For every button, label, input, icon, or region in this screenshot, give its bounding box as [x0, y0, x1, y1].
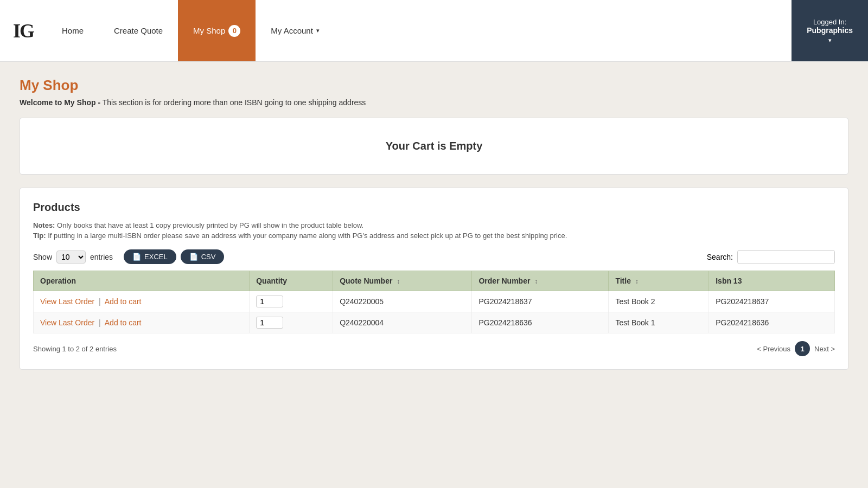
entries-label: entries — [90, 253, 113, 261]
show-label: Show — [33, 253, 52, 261]
row1-view-last-order[interactable]: View Last Order — [40, 297, 94, 306]
search-control: Search: — [707, 250, 835, 264]
row2-quote-number: Q240220004 — [333, 312, 472, 333]
products-tip: Tip: If putting in a large multi-ISBN or… — [33, 232, 835, 240]
logged-in-label: Logged In: — [807, 18, 853, 26]
export-buttons: 📄 EXCEL 📄 CSV — [124, 249, 224, 264]
col-isbn13: Isbn 13 — [709, 271, 835, 291]
search-input[interactable] — [737, 250, 835, 264]
left-controls: Show 10 25 50 100 entries 📄 EXCEL — [33, 249, 224, 264]
nav-home[interactable]: Home — [47, 0, 99, 61]
row1-isbn13: PG2024218637 — [709, 291, 835, 312]
cart-empty-text: Your Cart is Empty — [386, 140, 483, 152]
cart-empty-box: Your Cart is Empty — [20, 118, 848, 175]
row1-quantity-cell — [250, 291, 333, 312]
row2-title: Test Book 1 — [609, 312, 709, 333]
col-quantity: Quantity — [250, 271, 333, 291]
row1-quote-number: Q240220005 — [333, 291, 472, 312]
title-sort-icon: ↕ — [635, 278, 639, 285]
excel-button[interactable]: 📄 EXCEL — [124, 249, 176, 264]
excel-icon: 📄 — [132, 253, 141, 261]
csv-button[interactable]: 📄 CSV — [181, 249, 225, 264]
table-row: View Last Order | Add to cart Q240220004… — [34, 312, 835, 333]
col-operation: Operation — [34, 271, 250, 291]
show-entries: Show 10 25 50 100 entries — [33, 251, 113, 264]
nav-create-quote[interactable]: Create Quote — [99, 0, 178, 61]
row2-order-number: PG2024218636 — [472, 312, 609, 333]
table-footer: Showing 1 to 2 of 2 entries < Previous 1… — [33, 341, 835, 356]
table-container: Operation Quantity Quote Number ↕ Order … — [33, 271, 835, 333]
row2-quantity-cell — [250, 312, 333, 333]
showing-text: Showing 1 to 2 of 2 entries — [33, 345, 117, 353]
table-body: View Last Order | Add to cart Q240220005… — [34, 291, 835, 333]
products-notes: Notes: Only books that have at least 1 c… — [33, 221, 835, 229]
csv-icon: 📄 — [189, 253, 198, 261]
col-order-number-label: Order Number — [478, 277, 530, 285]
show-select[interactable]: 10 25 50 100 — [56, 251, 86, 264]
nav-my-account[interactable]: My Account ▾ — [256, 0, 335, 61]
excel-label: EXCEL — [144, 253, 168, 261]
order-sort-icon: ↕ — [534, 278, 538, 285]
row2-quantity-input[interactable] — [256, 317, 283, 329]
row2-isbn13: PG2024218636 — [709, 312, 835, 333]
nav-my-shop[interactable]: My Shop 0 — [178, 0, 256, 61]
page-subtitle-text: This section is for ordering more than o… — [103, 98, 366, 107]
navbar-links: Home Create Quote My Shop 0 My Account ▾ — [47, 0, 792, 61]
col-title-label: Title — [615, 277, 631, 285]
row2-separator: | — [99, 318, 101, 327]
col-operation-label: Operation — [40, 277, 76, 285]
nav-my-shop-badge: 0 — [228, 25, 240, 37]
quote-sort-icon: ↕ — [397, 278, 400, 285]
notes-text: Only books that have at least 1 copy pre… — [57, 221, 363, 229]
products-section: Products Notes: Only books that have at … — [20, 188, 848, 370]
row2-add-to-cart[interactable]: Add to cart — [105, 318, 142, 327]
next-button[interactable]: Next > — [814, 345, 835, 353]
tip-label: Tip: — [33, 232, 46, 240]
col-order-number[interactable]: Order Number ↕ — [472, 271, 609, 291]
page-subtitle: Welcome to My Shop - This section is for… — [20, 98, 848, 107]
current-page[interactable]: 1 — [795, 341, 810, 356]
username: Pubgraphics — [807, 26, 853, 35]
header-row: Operation Quantity Quote Number ↕ Order … — [34, 271, 835, 291]
nav-create-quote-label: Create Quote — [114, 26, 163, 35]
page-content: My Shop Welcome to My Shop - This sectio… — [0, 62, 868, 385]
logo-text: IG — [13, 20, 34, 42]
navbar: IG Home Create Quote My Shop 0 My Accoun… — [0, 0, 868, 62]
products-table: Operation Quantity Quote Number ↕ Order … — [33, 271, 835, 333]
row2-view-last-order[interactable]: View Last Order — [40, 318, 94, 327]
page-subtitle-bold: Welcome to My Shop - — [20, 98, 100, 107]
row1-title: Test Book 2 — [609, 291, 709, 312]
col-isbn13-label: Isbn 13 — [716, 277, 742, 285]
logo: IG — [0, 0, 47, 61]
logged-in-section[interactable]: Logged In: Pubgraphics ▾ — [792, 0, 868, 61]
nav-home-label: Home — [62, 26, 84, 35]
col-quote-number-label: Quote Number — [340, 277, 392, 285]
nav-my-account-label: My Account — [271, 26, 313, 35]
pagination: < Previous 1 Next > — [757, 341, 835, 356]
table-controls: Show 10 25 50 100 entries 📄 EXCEL — [33, 249, 835, 264]
row2-operation: View Last Order | Add to cart — [34, 312, 250, 333]
nav-my-shop-label: My Shop — [193, 26, 225, 35]
previous-button[interactable]: < Previous — [757, 345, 790, 353]
row1-quantity-input[interactable] — [256, 296, 283, 307]
search-label: Search: — [707, 253, 733, 261]
nav-my-account-arrow: ▾ — [316, 27, 320, 34]
table-row: View Last Order | Add to cart Q240220005… — [34, 291, 835, 312]
row1-order-number: PG2024218637 — [472, 291, 609, 312]
col-quote-number[interactable]: Quote Number ↕ — [333, 271, 472, 291]
row1-add-to-cart[interactable]: Add to cart — [105, 297, 142, 306]
products-title: Products — [33, 201, 835, 214]
tip-text: If putting in a large multi-ISBN order p… — [48, 232, 567, 240]
table-header: Operation Quantity Quote Number ↕ Order … — [34, 271, 835, 291]
col-title[interactable]: Title ↕ — [609, 271, 709, 291]
row1-operation: View Last Order | Add to cart — [34, 291, 250, 312]
page-title: My Shop — [20, 77, 848, 94]
row1-separator: | — [99, 297, 101, 306]
user-dropdown-arrow: ▾ — [807, 37, 853, 44]
col-quantity-label: Quantity — [256, 277, 287, 285]
notes-label: Notes: — [33, 221, 55, 229]
csv-label: CSV — [201, 253, 216, 261]
